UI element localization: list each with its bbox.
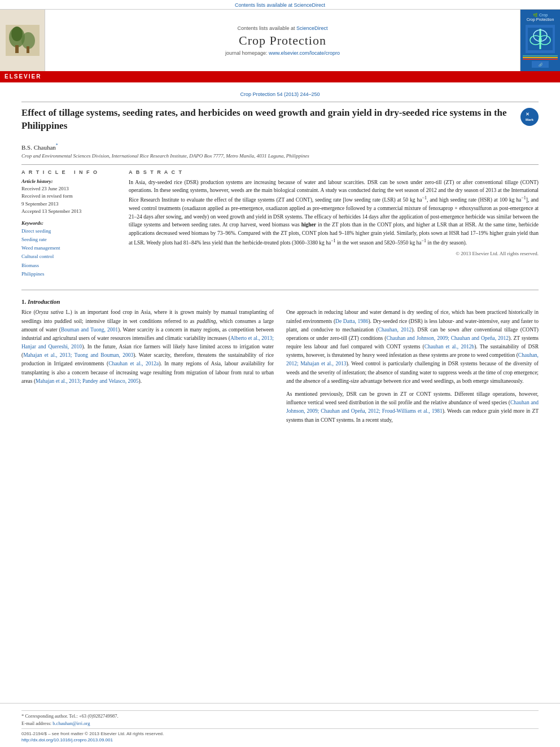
sciencedirect-link2[interactable]: ScienceDirect [296, 25, 328, 31]
svg-text:🔗: 🔗 [539, 63, 543, 67]
contents-prefix: Contents lists available at [235, 2, 294, 8]
kw3: Weed management [21, 244, 117, 252]
badge-icon [526, 25, 555, 53]
abstract-text: In Asia, dry-seeded rice (DSR) productio… [129, 178, 539, 247]
svg-point-2 [11, 27, 23, 41]
revised-date: 9 September 2013 [21, 200, 117, 208]
author-line: B.S. Chauhan* [21, 143, 539, 151]
received1: Received 23 June 2013 [21, 185, 117, 193]
author-sup: * [56, 143, 58, 148]
author-name: B.S. Chauhan [21, 144, 56, 151]
kw6: Philippines [21, 270, 117, 278]
article-history: Article history: Received 23 June 2013 R… [21, 178, 117, 216]
article-info-label: A R T I C L E I N F O [21, 169, 117, 175]
abstract-col: A B S T R A C T In Asia, dry-seeded rice… [129, 169, 539, 283]
elsevier-logo: ELSEVIER [5, 73, 41, 80]
info-abstract-layout: A R T I C L E I N F O Article history: R… [21, 169, 539, 283]
intro-two-col: Rice (Oryza sativa L.) is an important f… [21, 308, 539, 429]
page: Contents lists available at ScienceDirec… [0, 0, 560, 747]
intro-col2: One approach in reducing labour and wate… [286, 308, 539, 429]
kw5: Biomass [21, 261, 117, 270]
keywords-block: Keywords: Direct seeding Seeding rate We… [21, 220, 117, 279]
intro-para3: As mentioned previously, DSR can be grow… [286, 390, 539, 425]
section-heading: 1. Introduction [21, 298, 539, 305]
svg-rect-5 [27, 46, 29, 53]
divider2 [21, 164, 539, 165]
svg-rect-3 [15, 45, 19, 53]
email-link[interactable]: b.chauhan@irri.org [53, 720, 90, 726]
sciencedirect-link[interactable]: ScienceDirect [294, 2, 326, 8]
journal-main-header: Contents lists available at ScienceDirec… [0, 9, 560, 71]
intro-col1: Rice (Oryza sativa L.) is an important f… [21, 308, 274, 429]
article-history-heading: Article history: [21, 178, 117, 184]
intro-para2: One approach in reducing labour and wate… [286, 308, 539, 386]
article-body: Crop Protection 54 (2013) 244–250 ✕Mark … [0, 82, 560, 694]
footer-divider1 [21, 710, 539, 711]
divider1 [21, 102, 539, 102]
intro-para1: Rice (Oryza sativa L.) is an important f… [21, 308, 274, 386]
journal-center-header: Contents lists available at ScienceDirec… [45, 10, 520, 71]
journal-left-image [0, 10, 45, 71]
kw1: Direct seeding [21, 227, 117, 235]
footer-bottom: 0261-2194/$ – see front matter © 2013 El… [21, 731, 539, 736]
issn-line: 0261-2194/$ – see front matter © 2013 El… [21, 731, 164, 736]
homepage-line: journal homepage: www.elsevier.com/locat… [225, 50, 340, 56]
corresponding-note: * Corresponding author. Tel.: +63 (0)928… [21, 713, 539, 719]
article-info-col: A R T I C L E I N F O Article history: R… [21, 169, 117, 283]
article-footer: * Corresponding author. Tel.: +63 (0)928… [0, 703, 560, 747]
footer-divider2 [21, 728, 539, 729]
homepage-url[interactable]: www.elsevier.com/locate/cropro [269, 50, 340, 56]
affiliation: Crop and Environmental Sciences Division… [21, 153, 539, 159]
email-line: E-mail address: b.chauhan@irri.org [21, 720, 539, 726]
journal-top-bar: Contents lists available at ScienceDirec… [0, 0, 560, 9]
article-title: Effect of tillage systems, seeding rates… [21, 107, 539, 135]
received-revised: Received in revised form [21, 193, 117, 200]
tree-svg [6, 25, 40, 56]
badge-title: 🌿 Crop Crop Protection [523, 12, 558, 23]
journal-header: Contents lists available at ScienceDirec… [0, 0, 560, 82]
kw4: Cultural control [21, 252, 117, 261]
crossmark: ✕Mark [520, 108, 539, 126]
abstract-label: A B S T R A C T [129, 169, 539, 175]
intro-section: 1. Introduction Rice (Oryza sativa L.) i… [21, 298, 539, 429]
contents-available: Contents lists available at ScienceDirec… [237, 25, 327, 31]
elsevier-bar: ELSEVIER [0, 71, 560, 81]
accepted: Accepted 13 September 2013 [21, 208, 117, 216]
keyword-list: Direct seeding Seeding rate Weed managem… [21, 227, 117, 279]
irrigated-text: Irrigated [54, 361, 73, 366]
journal-title: Crop Protection [239, 33, 326, 48]
journal-badge: 🌿 Crop Crop Protection [520, 10, 560, 71]
title-area: ✕Mark Effect of tillage systems, seeding… [21, 107, 539, 139]
copyright: © 2013 Elsevier Ltd. All rights reserved… [129, 251, 539, 256]
kw2: Seeding rate [21, 235, 117, 244]
keywords-heading: Keywords: [21, 220, 117, 226]
citation-line: Crop Protection 54 (2013) 244–250 [21, 91, 539, 97]
doi-link[interactable]: http://dx.doi.org/10.1016/j.cropro.2013.… [21, 737, 113, 742]
divider3 [21, 290, 539, 290]
section-number: 1. [21, 298, 26, 305]
section-title: Introduction [28, 298, 60, 305]
doi-line: http://dx.doi.org/10.1016/j.cropro.2013.… [21, 737, 539, 742]
